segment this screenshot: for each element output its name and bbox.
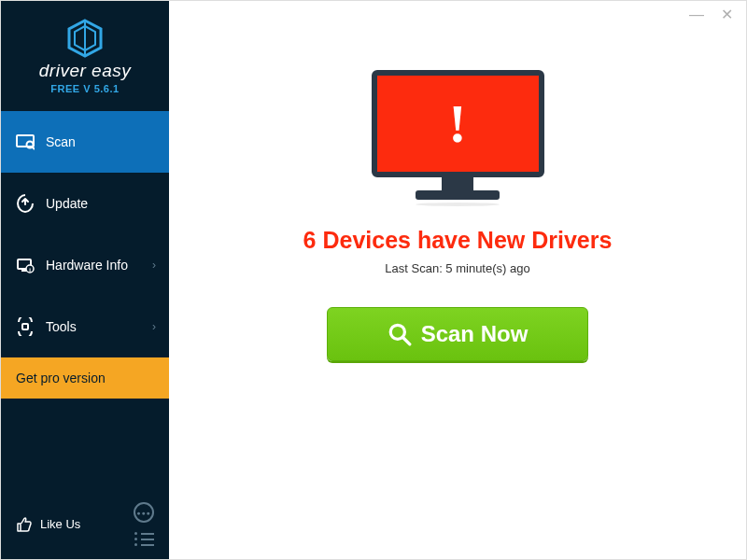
scan-now-button[interactable]: Scan Now — [327, 307, 588, 361]
update-icon — [16, 194, 35, 213]
nav-update-label: Update — [46, 196, 88, 211]
tools-icon — [16, 317, 35, 336]
monitor-illustration: ! — [372, 70, 544, 206]
brand-title: driver easy — [39, 61, 131, 81]
like-us-label: Like Us — [40, 517, 80, 531]
monitor-shadow — [416, 203, 500, 206]
like-us-button[interactable]: Like Us — [16, 516, 80, 533]
feedback-icon[interactable]: ●●● — [134, 502, 154, 523]
nav-tools-label: Tools — [46, 319, 77, 334]
get-pro-button[interactable]: Get pro version — [1, 357, 169, 399]
sidebar-bottom: Like Us ●●● — [1, 489, 169, 559]
version-label: FREE V 5.6.1 — [50, 83, 119, 94]
main-panel: ! 6 Devices have New Drivers Last Scan: … — [169, 1, 746, 559]
hardware-info-icon: i — [16, 256, 35, 274]
nav-hardware-info[interactable]: i Hardware Info › — [1, 234, 169, 296]
svg-line-5 — [33, 147, 35, 150]
minimize-button[interactable]: — — [689, 7, 704, 22]
get-pro-label: Get pro version — [16, 371, 106, 385]
svg-line-12 — [402, 337, 410, 344]
logo-area: driver easy FREE V 5.6.1 — [1, 1, 169, 111]
nav-menu: Scan Update i Hardware Info › Tools — [1, 111, 169, 399]
titlebar-controls: — ✕ — [676, 1, 746, 29]
last-scan-label: Last Scan: 5 minute(s) ago — [385, 261, 529, 275]
status-headline: 6 Devices have New Drivers — [303, 227, 613, 254]
scan-now-label: Scan Now — [421, 321, 529, 347]
scan-icon — [16, 133, 35, 151]
monitor-neck — [442, 177, 473, 190]
app-logo-icon — [64, 18, 106, 59]
nav-tools[interactable]: Tools › — [1, 296, 169, 357]
sidebar: driver easy FREE V 5.6.1 Scan Update i — [1, 1, 169, 559]
bottom-icons: ●●● — [134, 502, 154, 546]
app-window: — ✕ driver easy FREE V 5.6.1 Scan — [1, 1, 746, 559]
magnify-icon — [388, 322, 412, 346]
svg-rect-10 — [22, 324, 28, 329]
nav-scan[interactable]: Scan — [1, 111, 169, 173]
monitor-base — [416, 190, 500, 200]
nav-scan-label: Scan — [46, 134, 76, 149]
exclamation-icon: ! — [448, 92, 466, 155]
monitor-screen: ! — [372, 70, 544, 177]
close-button[interactable]: ✕ — [721, 7, 733, 22]
menu-list-icon[interactable] — [134, 532, 154, 546]
chevron-right-icon: › — [152, 320, 156, 333]
nav-hardware-label: Hardware Info — [46, 258, 128, 273]
nav-update[interactable]: Update — [1, 173, 169, 234]
thumbs-up-icon — [16, 516, 33, 533]
chevron-right-icon: › — [152, 259, 156, 272]
